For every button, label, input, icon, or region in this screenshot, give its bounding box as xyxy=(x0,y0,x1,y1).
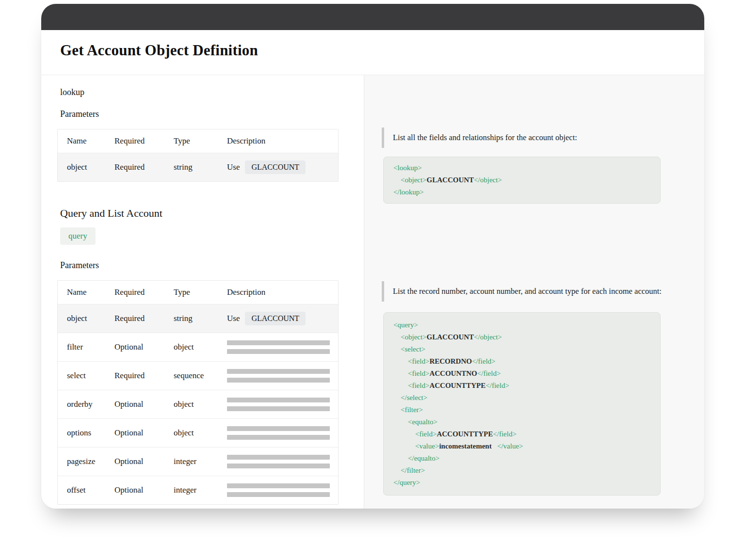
page: { "theme": { "header_bg": "#3a3a3c", "ac… xyxy=(0,0,745,560)
redacted-description xyxy=(227,455,338,468)
code-line: </select> xyxy=(393,392,650,404)
code-line: <lookup> xyxy=(393,162,650,174)
code-line: </lookup> xyxy=(393,186,650,198)
cell-required: Optional xyxy=(105,390,164,418)
example-prompt-1: List all the fields and relationships fo… xyxy=(382,128,675,148)
cell-type: integer xyxy=(164,476,218,504)
code-line: </query> xyxy=(393,477,650,489)
cell-description xyxy=(218,390,338,418)
window-title-bar xyxy=(41,4,704,30)
table-row: objectRequiredstringUseGLACCOUNT xyxy=(58,304,338,333)
lookup-parameters-table-container: NameRequiredTypeDescriptionobjectRequire… xyxy=(57,129,364,182)
code-line: <select> xyxy=(393,343,650,355)
table-row: selectRequiredsequence xyxy=(58,361,338,390)
cell-name: offset xyxy=(58,476,105,504)
code-line: <object>GLACCOUNT</object> xyxy=(393,174,650,186)
column-header: Name xyxy=(58,129,105,153)
cell-type: string xyxy=(164,304,218,333)
parameters-table: NameRequiredTypeDescriptionobjectRequire… xyxy=(57,129,339,182)
placeholder-bar xyxy=(227,426,330,431)
code-line: </filter> xyxy=(393,464,650,477)
cell-name: pagesize xyxy=(58,447,105,476)
cell-type: integer xyxy=(164,447,218,476)
cell-required: Required xyxy=(105,361,164,390)
placeholder-bar xyxy=(227,378,330,383)
cell-name: orderby xyxy=(58,390,105,418)
cell-name: object xyxy=(58,304,105,333)
query-method-badge: query xyxy=(60,227,96,245)
redacted-description xyxy=(227,426,338,440)
placeholder-bar xyxy=(227,406,330,411)
description-prefix: Use xyxy=(227,162,240,172)
placeholder-bar xyxy=(227,369,330,374)
cell-type: object xyxy=(164,418,218,447)
code-chip: GLACCOUNT xyxy=(245,160,306,174)
cell-description xyxy=(218,447,338,476)
column-header: Description xyxy=(218,129,338,153)
code-line: <field>ACCOUNTTYPE</field> xyxy=(393,380,650,392)
code-line: </equalto> xyxy=(393,452,650,464)
table-row: orderbyOptionalobject xyxy=(58,390,338,418)
cell-required: Optional xyxy=(105,333,164,361)
description-prefix: Use xyxy=(227,314,240,323)
cell-required: Optional xyxy=(105,418,164,447)
cell-type: string xyxy=(164,153,218,181)
cell-type: object xyxy=(164,333,218,361)
code-line: <object>GLACCOUNT</object> xyxy=(393,331,650,343)
code-line: <filter> xyxy=(393,404,650,416)
code-line: <field>RECORDNO</field> xyxy=(393,355,650,368)
redacted-description xyxy=(227,340,338,354)
parameters-heading-2: Parameters xyxy=(60,260,364,271)
cell-name: options xyxy=(58,418,105,447)
code-line: <field>ACCOUNTNO</field> xyxy=(393,368,650,380)
cell-name: select xyxy=(58,361,105,390)
placeholder-bar xyxy=(227,464,330,468)
title-band: Get Account Object Definition xyxy=(41,30,704,75)
example-prompt-1-text: List all the fields and relationships fo… xyxy=(393,133,577,142)
cell-type: sequence xyxy=(164,361,218,390)
code-chip: GLACCOUNT xyxy=(245,312,306,325)
cell-type: object xyxy=(164,390,218,418)
column-header: Type xyxy=(164,281,218,304)
example-prompt-2-text: List the record number, account number, … xyxy=(393,287,662,296)
column-header: Name xyxy=(58,281,105,304)
code-line: <query> xyxy=(393,319,650,331)
placeholder-bar xyxy=(227,435,330,440)
column-header: Required xyxy=(105,129,164,153)
table-row: pagesizeOptionalinteger xyxy=(58,447,338,476)
table-row: optionsOptionalobject xyxy=(58,418,338,447)
table-header-row: NameRequiredTypeDescription xyxy=(58,281,338,304)
redacted-description xyxy=(227,398,338,411)
cell-description: UseGLACCOUNT xyxy=(218,153,338,181)
cell-required: Required xyxy=(105,304,164,333)
parameters-column: lookup Parameters NameRequiredTypeDescri… xyxy=(41,75,364,509)
content-columns: lookup Parameters NameRequiredTypeDescri… xyxy=(41,75,704,509)
lookup-method-label: lookup xyxy=(60,87,364,97)
code-block-query: <query> <object>GLACCOUNT</object> <sele… xyxy=(383,312,661,496)
placeholder-bar xyxy=(227,398,330,402)
cell-description xyxy=(218,333,338,361)
table-row: objectRequiredstringUseGLACCOUNT xyxy=(58,153,338,181)
placeholder-bar xyxy=(227,340,330,345)
cell-description xyxy=(218,418,338,447)
redacted-description xyxy=(227,483,338,497)
parameters-table: NameRequiredTypeDescriptionobjectRequire… xyxy=(57,280,339,505)
examples-column: List all the fields and relationships fo… xyxy=(364,75,704,509)
section-title-query-and-list: Query and List Account xyxy=(60,207,364,220)
table-row: offsetOptionalinteger xyxy=(58,476,338,504)
code-line: <field>ACCOUNTTYPE</field> xyxy=(393,428,650,440)
cell-description xyxy=(218,361,338,390)
doc-card: Get Account Object Definition lookup Par… xyxy=(41,4,704,509)
cell-required: Optional xyxy=(105,476,164,504)
code-block-lookup: <lookup> <object>GLACCOUNT</object></loo… xyxy=(383,157,661,204)
placeholder-bar xyxy=(227,492,330,497)
cell-name: object xyxy=(58,153,105,181)
example-prompt-2: List the record number, account number, … xyxy=(382,281,675,302)
parameters-heading-1: Parameters xyxy=(60,109,364,119)
column-header: Required xyxy=(105,281,164,304)
code-line: <equalto> xyxy=(393,416,650,428)
query-parameters-table-container: NameRequiredTypeDescriptionobjectRequire… xyxy=(57,280,364,505)
cell-description xyxy=(218,476,338,504)
placeholder-bar xyxy=(227,483,330,488)
cell-required: Required xyxy=(105,153,164,181)
